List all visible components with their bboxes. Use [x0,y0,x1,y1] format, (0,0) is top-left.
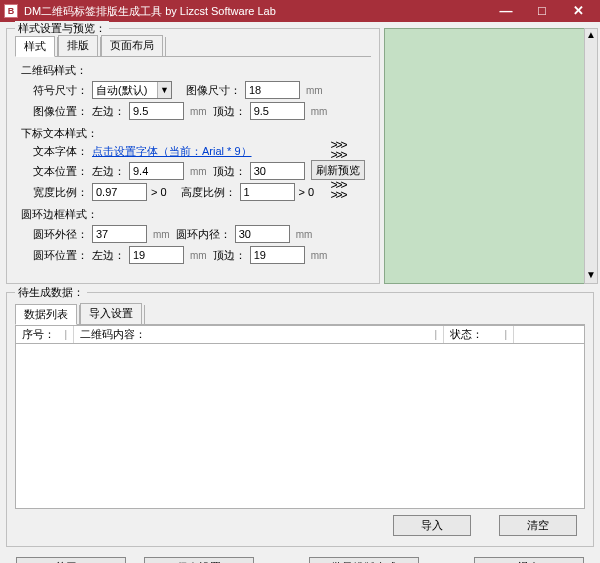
tab-layout[interactable]: 排版 [58,35,98,56]
width-ratio-input[interactable] [92,183,147,201]
about-button[interactable]: 关于... [16,557,126,563]
ring-inner-input[interactable] [235,225,290,243]
style-preview-legend: 样式设置与预览： [15,21,109,36]
text-top-input[interactable] [250,162,305,180]
chevron-right-icon: >>> [330,150,345,160]
data-tabs: 数据列表 导入设置 [15,303,585,325]
ring-pos-label: 圆环位置： [33,248,88,263]
refresh-preview-button[interactable]: 刷新预览 [311,160,365,180]
tab-style[interactable]: 样式 [15,36,55,57]
height-ratio-input[interactable] [240,183,295,201]
qr-section-title: 二维码样式： [21,63,371,78]
style-tabs: 样式 排版 页面布局 [15,35,371,57]
close-button[interactable]: ✕ [560,0,596,22]
scroll-down-icon[interactable]: ▼ [586,269,596,283]
preview-column: ▲ ▼ [384,28,594,284]
title-bar: B DM二维码标签排版生成工具 by Lizcst Software Lab —… [0,0,600,22]
batch-generate-button[interactable]: 批量排版生成 [309,557,419,563]
image-pos-label: 图像位置： [33,104,88,119]
ring-outer-input[interactable] [92,225,147,243]
refresh-stack: >>> >>> 刷新预览 >>> >>> [311,140,365,200]
window-title: DM二维码标签排版生成工具 by Lizcst Software Lab [24,4,488,19]
style-preview-group: 样式设置与预览： 样式 排版 页面布局 二维码样式： 符号尺寸： [6,28,380,284]
save-settings-button[interactable]: 保存设置 [144,557,254,563]
clear-button[interactable]: 清空 [499,515,577,536]
image-left-input[interactable] [129,102,184,120]
image-top-input[interactable] [250,102,305,120]
image-left-label: 左边： [92,104,125,119]
tab-data-list[interactable]: 数据列表 [15,304,77,325]
text-pos-label: 文本位置： [33,164,88,179]
image-size-input[interactable] [245,81,300,99]
tab-import-settings[interactable]: 导入设置 [80,303,142,324]
font-link[interactable]: 点击设置字体（当前：Arial * 9） [92,144,252,159]
app-icon: B [4,4,18,18]
chevron-down-icon[interactable]: ▼ [157,82,171,98]
unit-mm: mm [304,85,325,96]
font-label: 文本字体： [33,144,88,159]
chevron-right-icon: >>> [330,190,345,200]
ring-section-title: 圆环边框样式： [21,207,371,222]
table-header: 序号：| 二维码内容：| 状态：| [15,325,585,343]
table-body[interactable] [15,343,585,509]
symbol-size-combo[interactable]: ▼ [92,81,172,99]
data-group: 待生成数据： 数据列表 导入设置 序号：| 二维码内容：| 状态：| 导入 清空 [6,292,594,547]
col-content[interactable]: 二维码内容：| [74,326,444,343]
col-status[interactable]: 状态：| [444,326,514,343]
image-size-label: 图像尺寸： [186,83,241,98]
import-button[interactable]: 导入 [393,515,471,536]
symbol-size-label: 符号尺寸： [33,83,88,98]
col-index[interactable]: 序号：| [16,326,74,343]
text-left-input[interactable] [129,162,184,180]
preview-area [384,28,594,284]
maximize-button[interactable]: □ [524,0,560,22]
exit-button[interactable]: 退出 [474,557,584,563]
data-group-legend: 待生成数据： [15,285,87,300]
ring-top-input[interactable] [250,246,305,264]
col-empty[interactable] [514,326,584,343]
width-ratio-label: 宽度比例： [33,185,88,200]
ring-inner-label: 圆环内径： [176,227,231,242]
ring-outer-label: 圆环外径： [33,227,88,242]
image-top-label: 顶边： [213,104,246,119]
height-ratio-label: 高度比例： [181,185,236,200]
scroll-up-icon[interactable]: ▲ [586,29,596,43]
preview-scrollbar[interactable]: ▲ ▼ [584,28,598,284]
minimize-button[interactable]: — [488,0,524,22]
text-section-title: 下标文本样式： [21,126,371,141]
bottom-bar: 关于... 保存设置 批量排版生成 退出 [0,553,600,563]
tab-page[interactable]: 页面布局 [101,35,163,56]
ring-left-input[interactable] [129,246,184,264]
